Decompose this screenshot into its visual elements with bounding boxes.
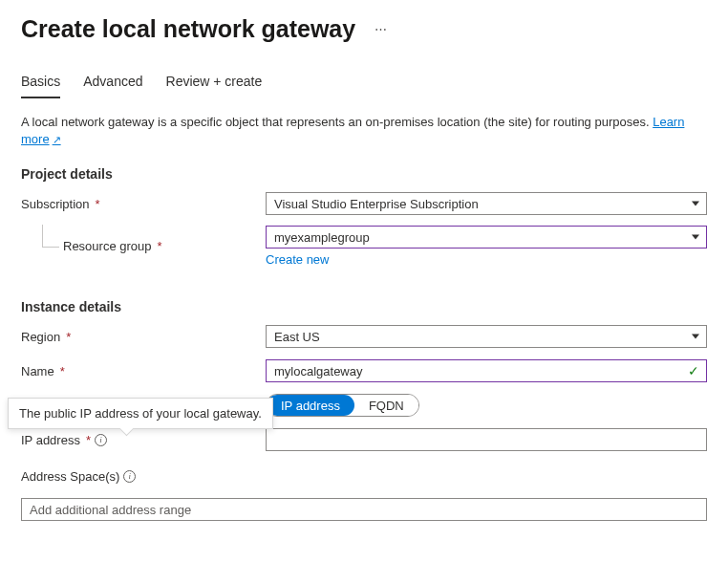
tab-advanced[interactable]: Advanced bbox=[83, 74, 142, 98]
endpoint-option-fqdn[interactable]: FQDN bbox=[354, 395, 418, 416]
resource-group-dropdown[interactable]: myexamplegroup bbox=[266, 226, 707, 249]
chevron-down-icon bbox=[692, 335, 699, 339]
chevron-down-icon bbox=[692, 235, 699, 240]
required-indicator: * bbox=[86, 433, 91, 447]
required-indicator: * bbox=[60, 364, 65, 378]
region-dropdown[interactable]: East US bbox=[266, 325, 707, 348]
ip-address-label: IP address bbox=[21, 433, 80, 447]
tooltip: The public IP address of your local gate… bbox=[8, 398, 273, 429]
tab-basics[interactable]: Basics bbox=[21, 74, 60, 98]
address-spaces-label: Address Space(s) bbox=[21, 469, 119, 484]
subscription-label: Subscription bbox=[21, 197, 90, 211]
description-text: A local network gateway is a specific ob… bbox=[21, 114, 707, 147]
required-indicator: * bbox=[96, 197, 100, 211]
external-link-icon: ↗ bbox=[53, 134, 61, 145]
address-range-input[interactable]: Add additional address range bbox=[21, 498, 707, 521]
tree-connector bbox=[42, 225, 59, 248]
endpoint-option-ip[interactable]: IP address bbox=[267, 395, 354, 416]
name-input[interactable]: mylocalgateway ✓ bbox=[266, 359, 707, 382]
info-icon[interactable]: i bbox=[95, 434, 107, 446]
required-indicator: * bbox=[66, 330, 71, 344]
page-title: Create local network gateway bbox=[21, 15, 355, 43]
subscription-dropdown[interactable]: Visual Studio Enterprise Subscription bbox=[266, 192, 707, 215]
required-indicator: * bbox=[158, 239, 162, 253]
region-label: Region bbox=[21, 330, 60, 344]
tab-review-create[interactable]: Review + create bbox=[166, 74, 263, 98]
resource-group-label: Resource group bbox=[63, 239, 152, 253]
check-icon: ✓ bbox=[688, 363, 699, 378]
chevron-down-icon bbox=[692, 202, 699, 206]
section-instance-details: Instance details bbox=[21, 299, 707, 314]
section-project-details: Project details bbox=[21, 166, 707, 182]
ip-address-input[interactable] bbox=[266, 428, 707, 451]
more-actions-button[interactable]: ⋯ bbox=[371, 18, 392, 40]
info-icon[interactable]: i bbox=[123, 470, 136, 483]
tab-bar: Basics Advanced Review + create bbox=[21, 74, 707, 98]
endpoint-toggle: IP address FQDN bbox=[266, 394, 419, 417]
name-label: Name bbox=[21, 364, 54, 378]
create-new-link[interactable]: Create new bbox=[266, 252, 329, 267]
